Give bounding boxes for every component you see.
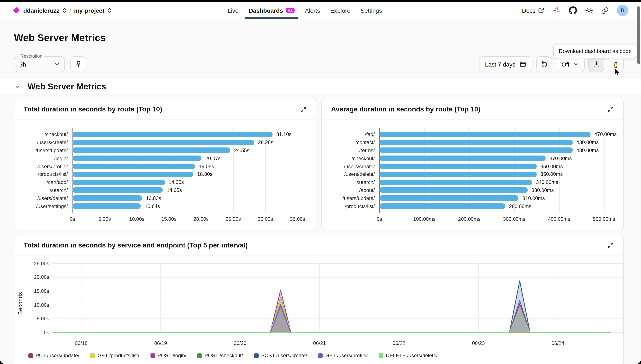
section-header[interactable]: Web Server Metrics [0, 79, 641, 94]
legend-item[interactable]: POST /login/ [150, 352, 186, 358]
x-tick-label: 06/22 [382, 340, 416, 346]
bar-track: 470.00ms [379, 132, 614, 138]
bar[interactable] [379, 172, 537, 177]
bar[interactable] [379, 196, 519, 201]
legend-item[interactable]: DELETE /users/delete/ [379, 352, 438, 358]
resolution-select[interactable]: Resolution 3h [14, 56, 65, 72]
x-tick-label: 200.00ms [458, 216, 480, 222]
page-title: Web Server Metrics [14, 32, 624, 44]
tab-settings[interactable]: Settings [361, 2, 382, 19]
tab-alerts[interactable]: Alerts [305, 2, 320, 19]
brand-logo-icon[interactable] [13, 7, 20, 14]
theme-toggle-sun-icon[interactable] [585, 6, 593, 14]
legend-item[interactable]: GET /products/list/ [90, 352, 139, 358]
project-switcher-icon[interactable] [108, 7, 112, 14]
refresh-icon [540, 60, 548, 68]
bar-track: 28.26s [73, 140, 307, 145]
time-range-button[interactable]: Last 7 days [479, 56, 532, 72]
auto-refresh-select[interactable]: Off [555, 56, 585, 72]
bar-row: /terms/430.00ms [331, 146, 614, 154]
bar[interactable] [73, 132, 272, 137]
bar-row: /products/list/280.00ms [331, 202, 614, 210]
y-tick-label: 25.00s [34, 260, 49, 266]
bar-category-label: /faq/ [331, 132, 379, 138]
bar[interactable] [379, 156, 546, 161]
bar[interactable] [73, 164, 195, 169]
github-icon[interactable] [569, 6, 577, 14]
time-range-value: Last 7 days [485, 61, 515, 68]
bar[interactable] [379, 180, 532, 185]
bar[interactable] [73, 140, 254, 145]
legend-label: POST /users/create/ [261, 352, 307, 358]
bar[interactable] [73, 180, 165, 185]
bar-category-label: /about/ [331, 187, 379, 193]
bar-row: /users/create/28.26s [24, 138, 307, 146]
bar-track: 19.05s [73, 163, 307, 169]
legend-label: DELETE /users/delete/ [386, 352, 438, 358]
legend-item[interactable]: PUT /users/update/ [29, 352, 79, 358]
bar-chart-plot: /checkout/31.10s/users/create/28.26s/use… [24, 130, 307, 210]
mouse-cursor [614, 68, 621, 77]
panel-duration-by-service-endpoint: Total duration in seconds by service and… [14, 235, 624, 364]
bar-category-label: /login/ [24, 156, 73, 162]
pin-resolution-button[interactable] [70, 56, 86, 72]
bar-category-label: /contact/ [331, 140, 379, 145]
bar[interactable] [379, 188, 528, 193]
legend-item[interactable]: GET /users/profile/ [318, 352, 368, 358]
version-badge: V2 [286, 8, 295, 13]
x-tick-label: 15.00s [161, 216, 177, 222]
docs-link[interactable]: Docs [522, 7, 545, 14]
legend-item[interactable]: POST /users/create/ [254, 352, 307, 358]
scrollbar-thumb[interactable] [637, 6, 640, 64]
expand-icon[interactable] [300, 106, 307, 112]
bar-value-label: 14.05s [167, 187, 182, 193]
tab-dashboards[interactable]: DashboardsV2 [249, 2, 295, 19]
tab-explore[interactable]: Explore [330, 2, 350, 19]
legend-swatch [197, 353, 202, 358]
bar[interactable] [379, 164, 537, 169]
bar-rows: /checkout/31.10s/users/create/28.26s/use… [24, 130, 307, 210]
legend-swatch [318, 353, 323, 358]
bar[interactable] [73, 156, 202, 161]
pin-icon [74, 60, 82, 68]
user-avatar[interactable]: D [617, 5, 628, 16]
legend-item[interactable]: POST /checkout/ [197, 352, 243, 358]
bar[interactable] [73, 148, 230, 153]
copy-link-icon[interactable] [601, 6, 609, 14]
expand-icon[interactable] [607, 242, 614, 248]
x-tick-label: 0s [377, 216, 382, 222]
bar-value-label: 310.00ms [522, 195, 545, 201]
bar[interactable] [73, 196, 142, 201]
legend-label: POST /checkout/ [205, 352, 243, 358]
bar[interactable] [379, 132, 590, 137]
breadcrumb-separator: / [70, 7, 71, 14]
bar[interactable] [379, 204, 505, 209]
bar[interactable] [379, 140, 572, 145]
bar-row: /search/14.05s [24, 186, 307, 194]
refresh-button[interactable] [536, 56, 552, 72]
expand-icon[interactable] [607, 106, 614, 112]
x-tick-label: 06/20 [223, 340, 257, 346]
external-link-icon [537, 7, 545, 14]
tab-label: Live [228, 7, 238, 14]
bar[interactable] [73, 188, 163, 193]
bar[interactable] [73, 172, 193, 177]
bar-row: /users/update/24.55s [24, 146, 307, 154]
bar-row: /faq/470.00ms [331, 130, 614, 138]
panels-row: Total duration in seconds by route (Top … [14, 99, 624, 230]
slack-icon[interactable] [553, 6, 561, 14]
bar[interactable] [73, 204, 141, 209]
bar[interactable] [379, 148, 572, 153]
x-tick-label: 06/19 [144, 340, 178, 346]
bar-track: 430.00ms [379, 148, 614, 154]
tab-live[interactable]: Live [228, 2, 238, 19]
controls-left: Resolution 3h [14, 56, 86, 72]
breadcrumb-org[interactable]: ddanielcruzz [23, 7, 59, 14]
bar-track: 330.00ms [379, 187, 614, 193]
breadcrumb-project[interactable]: my-project [74, 7, 104, 14]
org-switcher-icon[interactable] [62, 7, 67, 14]
section-collapse-chevron-icon[interactable] [14, 84, 20, 90]
bar-track: 280.00ms [379, 203, 614, 209]
download-dashboard-button[interactable] [588, 56, 604, 72]
x-tick-label: 400.00ms [548, 216, 570, 222]
